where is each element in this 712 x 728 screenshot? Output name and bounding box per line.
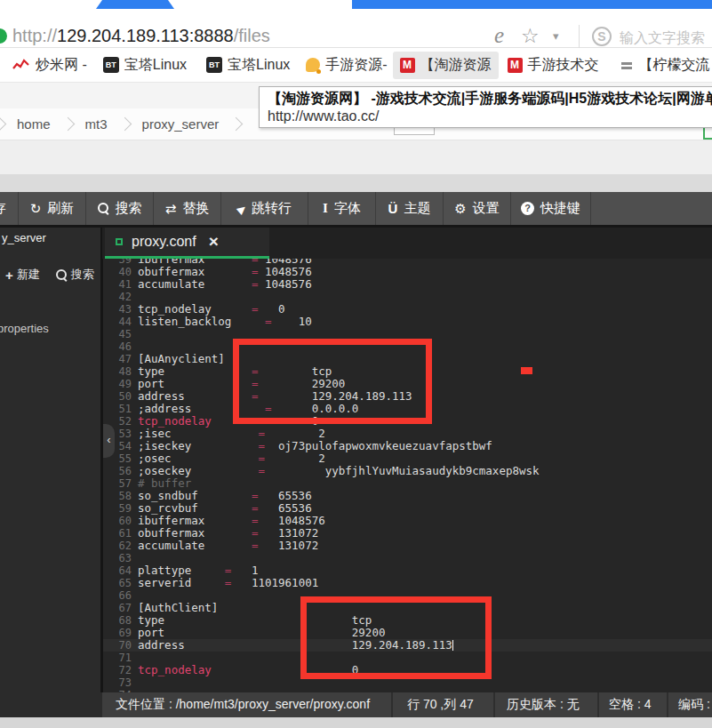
address-bar[interactable]: http://129.204.189.113:8888/files e ☆ ▾ … (0, 9, 712, 48)
bookmark-shouyou-ziyuan[interactable]: 手游资源- (306, 56, 387, 75)
bookmark-chaomi[interactable]: 炒米网 - (12, 56, 87, 75)
code-text: ibuffermax = 1048576 (138, 515, 325, 527)
help-icon: ? (521, 202, 534, 215)
status-encoding[interactable]: 编码 : (678, 697, 710, 713)
line-number: 65 (103, 577, 138, 589)
page-background-band (0, 174, 712, 192)
line-number: 57 (103, 477, 138, 490)
line-number: 43 (103, 303, 138, 316)
code-line[interactable]: 53;isec = 2 (103, 428, 712, 440)
replace-button[interactable]: ⇄ 替换 (154, 192, 221, 225)
shortcuts-button[interactable]: ? 快捷键 (511, 192, 591, 225)
line-number: 41 (103, 278, 138, 291)
tooltip-url: http://www.tao.cc/ (268, 108, 708, 124)
new-file-button[interactable]: + 新建 (5, 267, 40, 283)
code-line[interactable]: 60ibuffermax = 1048576 (103, 515, 712, 527)
divider (667, 692, 668, 717)
line-number: 40 (103, 266, 138, 278)
code-text: # buffer (138, 477, 191, 490)
line-number: 50 (103, 390, 138, 403)
url-host: 129.204.189.113:8888 (57, 26, 234, 45)
chevron-right-icon (117, 117, 132, 132)
bookmark-bt-linux-2[interactable]: BT 宝塔Linux (206, 56, 290, 75)
code-line[interactable]: 55;osec = 2 (103, 452, 712, 465)
url-scheme: http:// (12, 26, 57, 45)
url-text[interactable]: http://129.204.189.113:8888/files (12, 26, 270, 46)
sogou-search-icon[interactable]: S (592, 27, 612, 46)
code-text: listen_backlog = 10 (138, 316, 312, 328)
code-line[interactable]: 62accumulate = 131072 (103, 540, 712, 552)
code-line[interactable]: 65serverid = 1101961001 (103, 577, 712, 589)
chevron-right-icon (229, 117, 244, 132)
line-number: 66 (103, 589, 138, 602)
panel-directory-label: y_server (2, 231, 46, 244)
refresh-button[interactable]: ↻ 刷新 (19, 192, 86, 225)
breadcrumb-mt3[interactable]: mt3 (80, 116, 113, 132)
code-text: [AuAnyclient] (138, 353, 225, 365)
breadcrumb-proxy-server[interactable]: proxy_server (137, 116, 225, 132)
code-line[interactable]: 44listen_backlog = 10 (103, 316, 712, 328)
replace-icon: ⇄ (165, 201, 177, 217)
refresh-icon: ↻ (30, 201, 42, 217)
code-line[interactable]: 58so_sndbuf = 65536 (103, 490, 712, 502)
theme-button[interactable]: Ü 主题 (376, 192, 444, 225)
status-spaces[interactable]: 空格 : 4 (609, 697, 651, 713)
search-button[interactable]: 搜索 (86, 192, 154, 225)
browser-tab-sliver[interactable] (96, 0, 174, 9)
line-number: 64 (103, 564, 138, 577)
goto-line-button[interactable]: ▶ 跳转行 (221, 192, 308, 225)
tab-title: proxy.conf (132, 234, 196, 250)
panel-collapse-handle[interactable]: ‹ (103, 424, 115, 458)
code-text: obuffermax = 1048576 (138, 266, 312, 278)
bookmarks-bar: 炒米网 - BT 宝塔Linux BT 宝塔Linux 手游资源- M 【淘游资… (0, 48, 712, 83)
file-tree-panel: y_server + 新建 搜索 properties (0, 228, 100, 717)
annotation-red-box-2 (300, 596, 492, 679)
code-line[interactable]: 56;oseckey = yybfjhlYuvMuiasaudykb9cmaxe… (103, 465, 712, 477)
yellow-icon (306, 58, 320, 72)
code-text: ;isec = 2 (138, 428, 325, 440)
code-line[interactable]: 40obuffermax = 1048576 (103, 266, 712, 278)
bt-icon: BT (206, 57, 222, 73)
code-line[interactable]: 43tcp_nodelay = 0 (103, 303, 712, 316)
code-line[interactable]: 42 (103, 291, 712, 303)
save-button-clipped[interactable]: 存 (0, 192, 19, 225)
code-line[interactable]: 61obuffermax = 131072 (103, 527, 712, 540)
editor-toolbar: 存 ↻ 刷新 搜索 ⇄ 替换 ▶ 跳转行 I 字体 Ü 主题 ⚙ 设置 ? 快捷… (0, 192, 712, 225)
code-text: obuffermax = 131072 (138, 527, 318, 540)
tooltip-title: 【淘游资源网】 -游戏技术交流|手游服务端源码|H5游戏技术论坛|网游单机|手 (268, 90, 708, 108)
line-number: 72 (103, 664, 138, 676)
bookmark-ningmeng[interactable]: 【柠檬交流 (620, 56, 710, 75)
status-history[interactable]: 历史版本 : 无 (507, 697, 580, 713)
unsaved-indicator-icon (116, 238, 123, 245)
search-input[interactable]: 输入文字搜索 (620, 29, 705, 48)
chevron-down-icon[interactable]: ▾ (553, 29, 559, 43)
annotation-red-box-1 (233, 339, 432, 424)
code-line[interactable]: 41accumulate = 1048576 (103, 278, 712, 291)
ie-compat-icon[interactable]: e (494, 23, 504, 48)
line-number: 71 (103, 652, 138, 664)
page-background-band (0, 140, 712, 174)
code-text: so_sndbuf = 65536 (138, 490, 312, 502)
m-icon: M (400, 58, 415, 73)
font-button[interactable]: I 字体 (308, 192, 376, 225)
close-icon[interactable]: × (209, 232, 219, 252)
tab-proxy-conf[interactable]: proxy.conf × (105, 228, 269, 259)
breadcrumb-home[interactable]: home (12, 116, 56, 132)
line-number: 47 (103, 353, 138, 365)
panel-search-button[interactable]: 搜索 (56, 267, 94, 283)
bookmark-star-icon[interactable]: ☆ (521, 24, 540, 48)
code-line[interactable]: 64plattype = 1 (103, 564, 712, 577)
gear-icon: ⚙ (454, 201, 466, 217)
code-line[interactable]: 63 (103, 552, 712, 564)
line-number: 70 (103, 639, 138, 652)
bookmark-bt-linux-1[interactable]: BT 宝塔Linux (103, 56, 187, 75)
code-line[interactable]: 54;iseckey = oj73pulofapwoxmvkeuezuavfap… (103, 440, 712, 452)
code-text: ;osec = 2 (138, 452, 325, 465)
file-tree-item-properties[interactable]: properties (0, 322, 49, 335)
code-line[interactable]: 57# buffer (103, 477, 712, 490)
divider (493, 692, 495, 717)
settings-button[interactable]: ⚙ 设置 (444, 192, 511, 225)
bookmark-taoyou-ziyuan[interactable]: M 【淘游资源 (393, 52, 499, 79)
code-line[interactable]: 59so_rcvbuf = 65536 (103, 502, 712, 515)
bookmark-shouyou-jishu[interactable]: M 手游技术交 (508, 56, 599, 75)
